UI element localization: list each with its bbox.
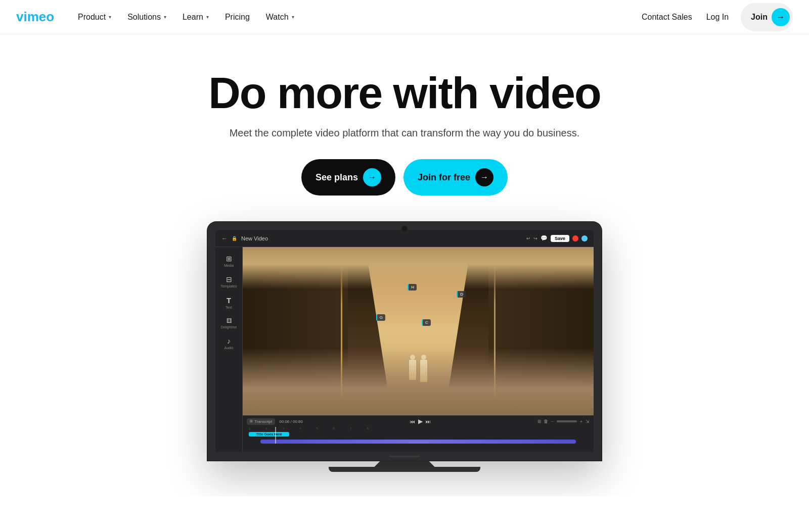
video-content: H G C D xyxy=(243,247,594,415)
nav-watch-label: Watch xyxy=(266,13,289,22)
collab-label-g: G xyxy=(376,314,385,321)
save-button[interactable]: Save xyxy=(551,235,569,242)
collab-label-c: C xyxy=(422,319,431,326)
playhead[interactable] xyxy=(275,427,276,444)
collab-label-h: H xyxy=(408,284,417,291)
chevron-down-icon: ▾ xyxy=(109,14,111,20)
zoom-in-icon[interactable]: ＋ xyxy=(579,418,583,425)
login-link[interactable]: Log In xyxy=(700,9,735,26)
app-sidebar: ⊞ Media ⊟ Templates T Text xyxy=(215,247,243,452)
caption-clip[interactable]: Title Goes Here xyxy=(249,432,289,437)
media-label: Media xyxy=(224,264,234,267)
laptop-illustration: ← 🔒 New Video ↩ ↪ 💬 Save xyxy=(16,222,793,472)
see-plans-arrow-icon: → xyxy=(363,168,381,186)
laptop-chin xyxy=(215,452,594,461)
timeline-ruler: 1 2 3 4 5 6 7 8 xyxy=(247,427,590,430)
join-label: Join xyxy=(751,13,768,22)
nav-item-watch[interactable]: Watch ▾ xyxy=(259,9,301,26)
sidebar-tool-audio[interactable]: ♪ Audio xyxy=(217,334,241,352)
record-button[interactable] xyxy=(572,235,578,241)
templates-label: Templates xyxy=(221,284,237,288)
delete-icon[interactable]: 🗑 xyxy=(544,419,548,424)
timeline-tools: ⊞ 🗑 － ＋ ⇲ xyxy=(537,418,590,425)
video-clip-bar[interactable] xyxy=(260,440,576,444)
undo-icon[interactable]: ↩ xyxy=(526,236,530,241)
step-back-button[interactable]: ⏮ xyxy=(410,419,415,424)
audio-label: Audio xyxy=(224,346,234,350)
nav-item-solutions[interactable]: Solutions ▾ xyxy=(120,9,173,26)
app-body: ⊞ Media ⊟ Templates T Text xyxy=(215,247,594,452)
topbar-left: ← 🔒 New Video xyxy=(221,235,268,242)
transcript-badge[interactable]: ⊞ Transcript xyxy=(247,418,275,425)
app-topbar: ← 🔒 New Video ↩ ↪ 💬 Save xyxy=(215,230,594,247)
nav-right: Contact Sales Log In Join → xyxy=(640,3,793,31)
nav-learn-label: Learn xyxy=(183,13,203,22)
laptop-screen: ← 🔒 New Video ↩ ↪ 💬 Save xyxy=(215,230,594,452)
media-icon: ⊞ xyxy=(226,255,232,263)
app-timeline: ⊞ Transcript 00:06 / 00:80 xyxy=(243,415,594,452)
text-icon: T xyxy=(227,296,231,305)
chevron-down-icon: ▾ xyxy=(164,14,166,20)
time-current-value: 00:06 xyxy=(279,419,289,424)
hero-subheadline: Meet the complete video platform that ca… xyxy=(16,127,793,139)
join-arrow-icon: → xyxy=(772,8,790,26)
nav-left: vimeo Product ▾ Solutions ▾ Learn ▾ Pric… xyxy=(16,9,301,26)
video-preview: H G C D xyxy=(243,247,594,415)
topbar-right: ↩ ↪ 💬 Save xyxy=(526,235,588,242)
expand-icon[interactable]: ⇲ xyxy=(586,419,590,424)
caption-track: Title Goes Here xyxy=(247,431,590,438)
join-free-button[interactable]: Join for free → xyxy=(403,159,508,196)
sidebar-tool-text[interactable]: T Text xyxy=(217,294,241,312)
laptop-stand-neck xyxy=(374,461,435,467)
playback-controls: ⏮ ▶ ⏭ xyxy=(410,418,431,425)
people-figures xyxy=(409,360,427,382)
vimeo-logo[interactable]: vimeo xyxy=(16,10,57,24)
chevron-down-icon: ▾ xyxy=(292,14,294,20)
zoom-slider[interactable] xyxy=(557,420,577,422)
sidebar-tool-media[interactable]: ⊞ Media xyxy=(217,252,241,270)
laptop-body: ← 🔒 New Video ↩ ↪ 💬 Save xyxy=(207,222,602,472)
see-plans-button[interactable]: See plans → xyxy=(301,159,395,196)
laptop-foot xyxy=(329,467,480,472)
light-left xyxy=(341,264,342,399)
figure-2 xyxy=(420,360,427,382)
join-button[interactable]: Join → xyxy=(741,3,793,31)
hero-section: Do more with video Meet the complete vid… xyxy=(0,34,809,496)
play-button[interactable]: ▶ xyxy=(418,418,423,425)
zoom-out-icon[interactable]: － xyxy=(550,418,555,425)
user-avatar xyxy=(581,235,588,241)
light-right xyxy=(494,264,496,399)
back-arrow-icon[interactable]: ← xyxy=(221,235,228,242)
app-interface: ← 🔒 New Video ↩ ↪ 💬 Save xyxy=(215,230,594,452)
step-forward-button[interactable]: ⏭ xyxy=(426,419,431,424)
lock-icon: 🔒 xyxy=(232,236,237,241)
laptop-stand xyxy=(207,461,602,467)
redo-icon[interactable]: ↪ xyxy=(533,236,537,241)
nav-item-product[interactable]: Product ▾ xyxy=(71,9,118,26)
nav-item-learn[interactable]: Learn ▾ xyxy=(175,9,216,26)
copy-icon[interactable]: ⊞ xyxy=(537,419,542,424)
hero-headline: Do more with video xyxy=(16,71,793,115)
contact-sales-link[interactable]: Contact Sales xyxy=(640,9,694,26)
app-title: New Video xyxy=(241,235,268,241)
timeline-header: ⊞ Transcript 00:06 / 00:80 xyxy=(247,418,590,425)
collab-label-d: D xyxy=(457,291,466,298)
laptop-notch xyxy=(401,226,408,232)
delightme-icon: ⚅ xyxy=(227,317,232,324)
see-plans-label: See plans xyxy=(316,172,358,183)
sidebar-tool-templates[interactable]: ⊟ Templates xyxy=(217,273,241,291)
app-main-area: H G C D xyxy=(243,247,594,452)
svg-text:vimeo: vimeo xyxy=(16,10,54,24)
corridor-ceiling xyxy=(243,247,594,289)
audio-icon: ♪ xyxy=(227,337,231,345)
sidebar-tool-delightme[interactable]: ⚅ Delightme xyxy=(217,315,241,331)
time-current: 00:06 / 00:80 xyxy=(279,419,303,424)
join-free-arrow-icon: → xyxy=(475,168,493,186)
nav-solutions-label: Solutions xyxy=(127,13,161,22)
delightme-label: Delightme xyxy=(221,325,237,329)
transcript-label: Transcript xyxy=(254,419,272,424)
time-total-value: 00:80 xyxy=(293,419,303,424)
nav-item-pricing[interactable]: Pricing xyxy=(218,9,257,26)
transcript-icon: ⊞ xyxy=(250,419,253,423)
comment-icon[interactable]: 💬 xyxy=(541,235,548,241)
